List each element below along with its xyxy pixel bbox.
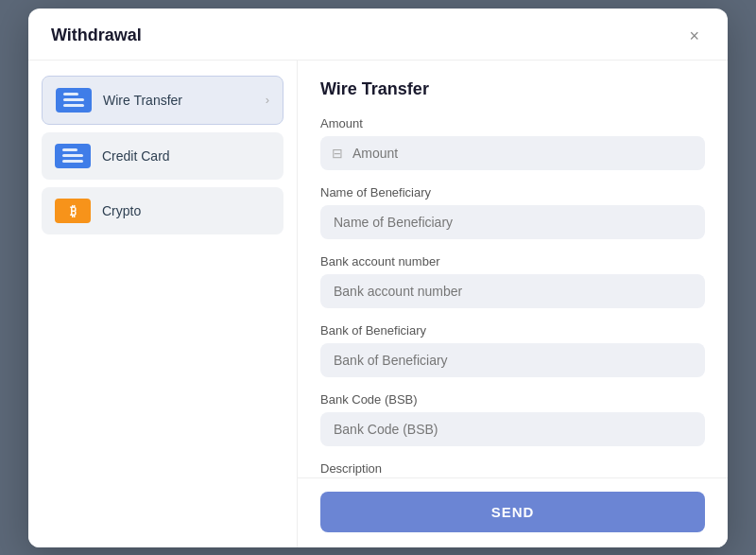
credit-card-icon [55, 144, 91, 168]
sidebar-label-crypto: Crypto [102, 203, 141, 218]
amount-input[interactable] [320, 136, 705, 170]
section-title: Wire Transfer [320, 79, 705, 99]
bank-code-label: Bank Code (BSB) [320, 392, 705, 407]
modal-footer: SEND [298, 477, 728, 547]
sidebar-item-crypto[interactable]: ₿ Crypto [42, 187, 284, 234]
amount-group: Amount ⊟ [320, 116, 705, 170]
modal-title: Withdrawal [51, 26, 142, 45]
amount-label: Amount [320, 116, 705, 130]
bank-beneficiary-input[interactable] [320, 343, 705, 377]
main-form: Wire Transfer Amount ⊟ Name of Beneficia… [298, 61, 728, 477]
sidebar-label-wire-transfer: Wire Transfer [103, 93, 182, 108]
sidebar-label-credit-card: Credit Card [102, 148, 170, 164]
bank-account-label: Bank account number [320, 254, 705, 269]
bank-account-group: Bank account number [320, 254, 705, 308]
bank-code-input[interactable] [320, 412, 705, 446]
bank-beneficiary-group: Bank of Beneficiary [320, 323, 705, 377]
amount-icon: ⊟ [332, 146, 343, 161]
bank-code-group: Bank Code (BSB) [320, 392, 705, 446]
beneficiary-name-label: Name of Beneficiary [320, 185, 705, 199]
chevron-right-icon: › [266, 93, 269, 107]
beneficiary-name-group: Name of Beneficiary [320, 185, 705, 239]
close-button[interactable]: × [683, 26, 705, 46]
wire-transfer-icon [56, 88, 92, 113]
sidebar: Wire Transfer › Credit Card [28, 61, 298, 547]
bank-account-input[interactable] [320, 274, 705, 308]
bank-beneficiary-label: Bank of Beneficiary [320, 323, 705, 338]
description-group: Description [320, 461, 705, 477]
sidebar-item-credit-card[interactable]: Credit Card [42, 132, 284, 180]
modal-header: Withdrawal × [28, 9, 728, 61]
description-label: Description [320, 461, 705, 476]
modal-body: Wire Transfer › Credit Card [28, 61, 728, 547]
withdrawal-modal: Withdrawal × Wire Transfer › [28, 9, 728, 547]
crypto-icon: ₿ [55, 199, 91, 223]
send-button[interactable]: SEND [320, 492, 705, 532]
sidebar-item-wire-transfer[interactable]: Wire Transfer › [42, 76, 284, 125]
beneficiary-name-input[interactable] [320, 205, 705, 239]
